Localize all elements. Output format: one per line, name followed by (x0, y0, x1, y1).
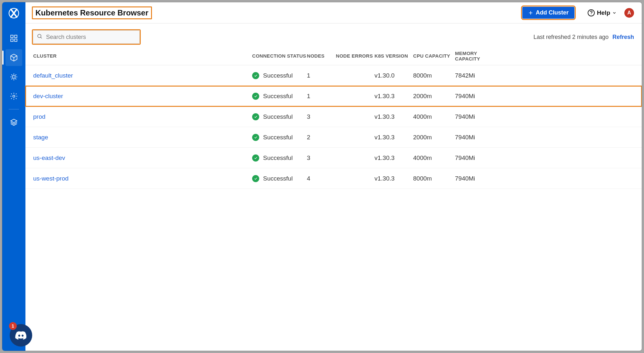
check-circle-icon (252, 72, 259, 79)
status-text: Successful (263, 93, 293, 100)
table-row: stage Successful 2 v1.30.3 2000m 7940Mi (25, 127, 642, 148)
svg-rect-1 (11, 35, 13, 38)
search-wrap (32, 29, 141, 45)
cell-memory-capacity: 7940Mi (455, 134, 503, 141)
cluster-link[interactable]: stage (33, 134, 48, 141)
status-text: Successful (263, 72, 293, 79)
col-cpu-capacity: CPU Capacity (413, 53, 455, 59)
main-area: Kubernetes Resource Browser Add Cluster … (25, 2, 642, 351)
cell-k8s-version: v1.30.3 (374, 134, 413, 141)
nav-dashboard[interactable] (5, 30, 22, 47)
cell-k8s-version: v1.30.3 (374, 113, 413, 120)
table-header: Cluster Connection Status Nodes Node Err… (25, 47, 642, 65)
add-cluster-label: Add Cluster (536, 9, 569, 16)
col-k8s-version: K8s Version (374, 53, 413, 59)
notification-badge: 1 (9, 322, 17, 330)
cell-nodes: 3 (307, 113, 336, 120)
cell-memory-capacity: 7940Mi (455, 175, 503, 182)
svg-point-6 (13, 95, 15, 98)
cell-memory-capacity: 7940Mi (455, 113, 503, 120)
cell-memory-capacity: 7940Mi (455, 93, 503, 100)
avatar[interactable]: A (624, 8, 634, 18)
cell-cpu-capacity: 4000m (413, 113, 455, 120)
cell-k8s-version: v1.30.3 (374, 154, 413, 162)
svg-point-8 (591, 14, 592, 15)
col-nodes: Nodes (307, 53, 336, 59)
page-title: Kubernetes Resource Browser (32, 6, 152, 19)
check-circle-icon (252, 134, 259, 141)
col-cluster: Cluster (33, 53, 252, 59)
svg-point-5 (13, 76, 15, 79)
status-cell: Successful (252, 134, 307, 141)
cube-icon (10, 53, 18, 62)
discord-icon (15, 330, 27, 340)
cell-nodes: 4 (307, 175, 336, 182)
cell-nodes: 3 (307, 154, 336, 162)
help-button[interactable]: Help (587, 9, 617, 17)
cell-cpu-capacity: 2000m (413, 134, 455, 141)
nav-resource-browser[interactable] (5, 49, 22, 66)
cell-k8s-version: v1.30.0 (374, 72, 413, 79)
cell-memory-capacity: 7940Mi (455, 154, 503, 162)
status-text: Successful (263, 154, 293, 162)
status-cell: Successful (252, 154, 307, 162)
app-logo-icon[interactable] (7, 6, 21, 20)
status-cell: Successful (252, 113, 307, 120)
status-text: Successful (263, 134, 293, 141)
last-refreshed-text: Last refreshed 2 minutes ago (534, 34, 609, 41)
table-row: dev-cluster Successful 1 v1.30.3 2000m 7… (25, 86, 642, 107)
col-connection-status: Connection Status (252, 53, 307, 59)
cluster-link[interactable]: us-west-prod (33, 175, 69, 182)
gear-icon (10, 92, 18, 100)
search-icon (37, 33, 43, 41)
status-cell: Successful (252, 93, 307, 100)
help-label: Help (597, 9, 610, 16)
grid-icon (10, 34, 18, 42)
discord-chat-bubble[interactable]: 1 (10, 324, 32, 347)
clusters-table: Cluster Connection Status Nodes Node Err… (25, 47, 642, 189)
table-row: default_cluster Successful 1 v1.30.0 800… (25, 65, 642, 86)
cluster-link[interactable]: dev-cluster (33, 93, 63, 99)
layers-icon (10, 118, 18, 126)
svg-rect-2 (14, 35, 17, 38)
check-circle-icon (252, 93, 259, 100)
help-circle-icon (587, 9, 595, 17)
col-node-errors: Node Errors (336, 53, 374, 59)
header: Kubernetes Resource Browser Add Cluster … (25, 2, 642, 23)
helm-icon (10, 73, 18, 81)
sidebar (2, 2, 25, 351)
cell-memory-capacity: 7842Mi (455, 72, 503, 79)
check-circle-icon (252, 113, 259, 120)
toolbar: Last refreshed 2 minutes ago Refresh (25, 23, 642, 47)
nav-helm[interactable] (5, 69, 22, 85)
svg-point-9 (38, 34, 41, 38)
refresh-link[interactable]: Refresh (612, 34, 634, 41)
status-text: Successful (263, 113, 293, 120)
cluster-link[interactable]: default_cluster (33, 72, 73, 79)
cell-cpu-capacity: 4000m (413, 154, 455, 162)
nav-stack[interactable] (5, 114, 22, 131)
cell-k8s-version: v1.30.3 (374, 93, 413, 100)
cell-nodes: 1 (307, 72, 336, 79)
cluster-link[interactable]: us-east-dev (33, 154, 65, 161)
cluster-link[interactable]: prod (33, 113, 45, 120)
sidebar-separator (9, 109, 19, 109)
cell-nodes: 1 (307, 93, 336, 100)
check-circle-icon (252, 175, 259, 182)
add-cluster-button[interactable]: Add Cluster (522, 7, 574, 19)
cell-nodes: 2 (307, 134, 336, 141)
nav-settings[interactable] (5, 88, 22, 105)
status-text: Successful (263, 175, 293, 182)
search-input[interactable] (33, 30, 140, 44)
col-memory-capacity: Memory Capacity (455, 51, 503, 61)
svg-rect-4 (14, 39, 17, 42)
table-row: prod Successful 3 v1.30.3 4000m 7940Mi (25, 107, 642, 127)
status-cell: Successful (252, 175, 307, 182)
cell-cpu-capacity: 8000m (413, 175, 455, 182)
chevron-down-icon (612, 11, 617, 15)
status-cell: Successful (252, 72, 307, 79)
table-row: us-east-dev Successful 3 v1.30.3 4000m 7… (25, 148, 642, 168)
plus-icon (528, 10, 533, 15)
cell-cpu-capacity: 2000m (413, 93, 455, 100)
cell-cpu-capacity: 8000m (413, 72, 455, 79)
